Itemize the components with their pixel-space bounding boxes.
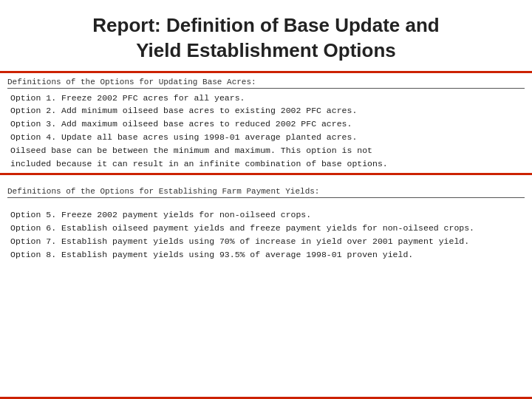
section1-header: Definitions of the Options for Updating … [7,78,525,86]
section1-options: Option 1. Freeze 2002 PFC acres for all … [7,92,525,144]
section2: Definitions of the Options for Establish… [0,183,532,264]
section1-divider [7,88,525,89]
option-3: Option 3. Add maximum oilseed base acres… [10,117,525,131]
section2-inner-gap [7,201,525,208]
title-line1: Report: Definition of Base Update and [92,14,439,36]
page-title: Report: Definition of Base Update and Yi… [30,13,502,64]
section2-options: Option 5. Freeze 2002 payment yields for… [7,208,525,261]
option-1: Option 1. Freeze 2002 PFC acres for all … [10,92,525,105]
option-7: Option 7. Establish payment yields using… [10,235,525,248]
page: Report: Definition of Base Update and Yi… [0,0,532,399]
section2-header: Definitions of the Options for Establish… [7,187,525,196]
section2-divider [7,197,525,198]
section1-note-line2: included because it can result in an inf… [7,157,525,171]
option-8: Option 8. Establish payment yields using… [10,248,525,262]
title-section: Report: Definition of Base Update and Yi… [0,0,532,71]
option-6: Option 6. Establish oilseed payment yiel… [10,222,525,235]
option-5: Option 5. Freeze 2002 payment yields for… [10,208,525,222]
option-2: Option 2. Add minimum oilseed base acres… [10,104,525,117]
section1: Definitions of the Options for Updating … [0,73,532,174]
section-gap [0,175,532,183]
section1-note-line1: Oilseed base can be between the minimum … [7,144,525,157]
title-line2: Yield Establishment Options [136,39,396,61]
option-4: Option 4. Update all base acres using 19… [10,131,525,144]
